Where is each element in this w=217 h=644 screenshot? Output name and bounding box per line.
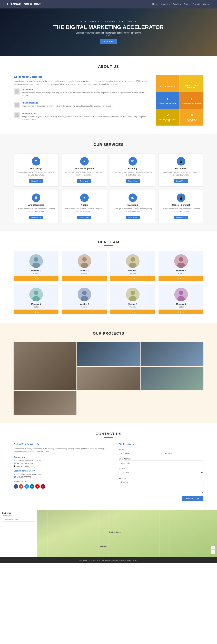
service-card-7: 📱 Code of Conduct Lorem ipsum dolor sit … [158,190,203,223]
zoom-out-button[interactable]: - [211,550,215,554]
pinterest-button[interactable]: p [41,484,45,489]
service-readmore-6[interactable]: Read More [126,216,139,220]
team-social-7: f t in [158,310,203,314]
about-item-title-0: Amendment [22,88,149,91]
hero-cta-button[interactable]: Read More [100,39,117,44]
service-card-5: ✈ Audits Lorem ipsum dolor sit amet, con… [62,190,107,223]
team-fb-icon-4[interactable]: f [33,311,34,313]
service-readmore-4[interactable]: Read More [29,216,43,220]
about-grid-label-2: CREATIVE DESIGN [159,102,176,104]
team-tw-icon-3[interactable]: t [180,278,181,280]
team-li-icon-7[interactable]: in [182,311,184,313]
service-readmore-1[interactable]: Read More [77,179,91,183]
team-li-icon-1[interactable]: in [85,278,87,280]
navbar-link-services[interactable]: Services [173,3,181,6]
subject-select[interactable]: -- subject -- [119,470,203,475]
team-name-3: Member 4 [158,270,203,272]
team-fb-icon-3[interactable]: f [178,278,179,280]
email-input[interactable] [119,460,203,465]
project-item-2[interactable] [77,342,140,366]
team-tw-icon-5[interactable]: t [84,311,84,313]
team-li-icon-5[interactable]: in [85,311,87,313]
team-li-icon-0[interactable]: in [37,278,39,280]
subject-group: Subject -- subject -- [119,467,203,475]
service-readmore-7[interactable]: Read More [174,216,188,220]
team-role-4: Position [14,306,59,308]
project-item-6[interactable] [14,391,76,415]
team-fb-icon-2[interactable]: f [130,278,131,280]
team-fb-icon-0[interactable]: f [33,278,34,280]
navbar-link-about-us[interactable]: About Us [161,3,169,6]
project-item-5[interactable] [141,367,203,390]
service-icon-0: ⚙ [32,157,40,166]
googleplus-button[interactable]: g+ [19,484,23,489]
team-tw-icon-0[interactable]: t [35,278,36,280]
team-tw-icon-7[interactable]: t [180,311,181,313]
services-title: OUR SERVICES [14,142,203,147]
contact-info-heading: Contact Info [14,456,112,458]
team-avatar-1 [78,254,91,268]
team-fb-icon-1[interactable]: f [82,278,82,280]
navbar-link-projects[interactable]: Projects [192,3,200,6]
map-label-mx: Mexico [100,546,106,548]
subject-label: Subject [119,467,203,469]
svg-point-14 [177,262,185,268]
linkedin-button[interactable]: in [30,484,34,489]
team-li-icon-6[interactable]: in [134,311,135,313]
email-icon: ✉ [14,459,15,462]
navbar: TRANSACT SOLUTIONS HomeAbout UsServicesT… [0,0,217,8]
service-card-1: ✈ Web Development Lorem ipsum dolor sit … [62,154,107,186]
team-fb-icon-5[interactable]: f [82,311,82,313]
map-search-input[interactable] [2,518,35,522]
mobile-icon: 📱 [14,465,16,467]
map-container: California United States United States M… [0,510,217,557]
message-textarea[interactable] [119,480,203,494]
team-card-5: Member 6 Position f t in [62,284,107,314]
about-grid: ↓ WEB DELIVERIES ↓ MARKETING & STRATEGY … [156,76,203,126]
service-readmore-3[interactable]: Read More [174,179,188,183]
team-li-icon-2[interactable]: in [134,278,135,280]
submit-button[interactable]: Send Message [182,496,203,501]
project-item-4[interactable] [77,367,140,390]
team-tw-icon-1[interactable]: t [84,278,84,280]
team-fb-icon-7[interactable]: f [178,311,179,313]
service-readmore-5[interactable]: Read More [77,216,91,220]
service-readmore-2[interactable]: Read More [126,179,139,183]
contact-inner: Get In Touch With Us Lorem ipsum is simp… [14,443,203,501]
svg-point-4 [34,257,38,262]
twitter-button[interactable]: t [25,484,29,489]
about-grid-icon-0: ↓ [167,80,169,84]
service-desc-5: Lorem ipsum dolor sit amet, consectetur … [65,208,104,213]
facebook-button[interactable]: f [14,484,18,489]
team-social-3: f t in [158,276,203,281]
team-fb-icon-6[interactable]: f [130,311,131,313]
navbar-link-contact[interactable]: Contact [203,3,210,6]
form-heading: Fill this form [119,443,203,446]
team-avatar-5 [78,288,91,301]
navbar-link-team[interactable]: Team [184,3,189,6]
team-tw-icon-2[interactable]: t [132,278,132,280]
team-divider [104,245,113,246]
youtube-button[interactable]: ▶ [35,484,40,489]
team-li-icon-4[interactable]: in [37,311,39,313]
career-email-icon: ✉ [14,473,15,475]
svg-point-20 [81,296,88,301]
map-area: United States Mexico + - [37,510,217,557]
zoom-in-button[interactable]: + [211,546,215,550]
project-item-3[interactable] [141,342,203,366]
lastname-input[interactable] [162,451,203,456]
navbar-link-home[interactable]: Home [152,3,158,6]
firstname-input[interactable] [119,451,160,456]
lastname-group [162,448,203,456]
team-tw-icon-6[interactable]: t [132,311,132,313]
career-phone-icon: ☎ [14,476,16,478]
about-items: Amendment A definite addition Reform, or… [14,88,149,123]
team-li-icon-3[interactable]: in [182,278,184,280]
team-social-1: f t in [62,276,107,281]
team-tw-icon-4[interactable]: t [35,311,36,313]
project-item-1[interactable] [14,342,76,390]
career-phone-text: +41-0517275537 [17,476,31,478]
service-card-2: ✉ Branding Lorem ipsum dolor sit amet, c… [110,154,155,186]
service-readmore-0[interactable]: Read More [29,179,43,183]
about-heading: Welcome to Corporate [14,76,149,78]
